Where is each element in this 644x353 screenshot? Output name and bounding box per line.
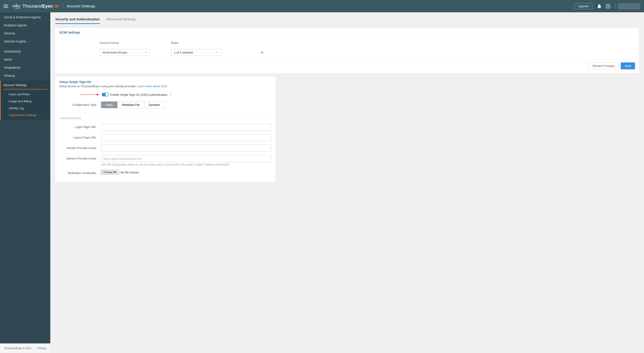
sidebar-item-account-settings[interactable]: Account Settings › (3, 81, 48, 90)
chevron-right-icon: › (45, 32, 46, 35)
tab-security-auth[interactable]: Security and Authentication (55, 17, 100, 24)
logout-url-input[interactable] (101, 134, 272, 141)
scim-settings-panel: SCIM Settings Account Group All Account … (55, 28, 639, 73)
page-title: Account Settings (67, 4, 96, 9)
sidebar-item-sharing[interactable]: Sharing › (0, 72, 50, 80)
enable-sso-label: Enable Single Sign-On (SSO) authenticati… (110, 93, 168, 96)
sso-title: Setup Single Sign-On (59, 80, 272, 84)
learn-more-sso-link[interactable]: Learn more about SSO (137, 85, 167, 88)
svg-point-0 (56, 6, 57, 7)
sso-description: Setup access to ThousandEyes using your … (59, 85, 272, 88)
svg-marker-4 (97, 94, 99, 96)
chevron-right-icon: › (45, 24, 46, 27)
chevron-down-icon: › (46, 85, 49, 86)
chevron-right-icon: › (45, 74, 46, 77)
divider (63, 3, 63, 10)
roles-select[interactable]: 1 of 3 selected ▼ (171, 49, 222, 56)
help-icon[interactable]: ? (606, 4, 610, 9)
sidebar-item-dashboards[interactable]: Dashboards (0, 48, 50, 56)
segment-dynamic[interactable]: Dynamic (144, 102, 164, 108)
brand-logo[interactable]: cisco ThousandEyes (12, 3, 60, 9)
sso-panel: Setup Single Sign-On Setup access to Tho… (55, 77, 276, 182)
divider (615, 4, 616, 9)
choose-file-button[interactable]: Choose file (101, 170, 119, 175)
main-content: Security and Authentication Advanced Set… (50, 12, 644, 353)
cisco-logo-icon: cisco (12, 3, 20, 9)
help-tooltip-icon[interactable]: ? (169, 93, 172, 96)
add-row-icon[interactable]: ✚ (260, 51, 264, 55)
sidebar-item-cloud-agents[interactable]: Cloud & Enterprise Agents › (0, 13, 50, 21)
sidebar-item-internet-insights[interactable]: Internet Insights (0, 37, 50, 46)
login-url-input[interactable] (101, 124, 272, 131)
sidebar-subitem-organization-settings[interactable]: Organization Settings (1, 112, 50, 119)
sidebar: Cloud & Enterprise Agents › Endpoint Age… (0, 12, 50, 353)
sidebar-footer: ThousandEyes © 2023 Privacy (0, 343, 50, 353)
sp-issuer-help-text: Your IdP configuration needs to use this… (101, 163, 272, 166)
chevron-right-icon: › (45, 16, 46, 19)
sp-issuer-input[interactable] (101, 155, 272, 162)
app-header: cisco ThousandEyes Account Settings Upgr… (0, 0, 644, 12)
svg-text:?: ? (607, 5, 609, 8)
notifications-icon[interactable] (597, 4, 601, 9)
logout-url-label: Logout Page URL (59, 134, 101, 139)
upgrade-button[interactable]: Upgrade (574, 3, 592, 9)
sidebar-item-integrations[interactable]: Integrations (0, 64, 50, 72)
tab-advanced-settings[interactable]: Advanced Settings (106, 17, 136, 24)
discard-changes-button[interactable]: Discard Changes (589, 62, 619, 69)
sp-issuer-label: Service Provider Issuer (59, 155, 101, 160)
sidebar-item-endpoint-agents[interactable]: Endpoint Agents › (0, 21, 50, 29)
configuration-section-label: CONFIGURATION (59, 117, 272, 120)
enable-sso-toggle[interactable] (102, 93, 108, 96)
account-group-select[interactable]: All Account Groups ▼ (100, 49, 150, 56)
verification-cert-label: Verification certificates (59, 170, 101, 175)
sidebar-item-alerts[interactable]: Alerts › (0, 56, 50, 64)
no-file-chosen-text: No file chosen (120, 171, 139, 174)
config-type-label: Configuration Type (59, 103, 101, 107)
idp-issuer-label: Identity Provider Issuer (59, 145, 101, 150)
save-button[interactable]: Save (621, 62, 635, 69)
caret-down-icon: ▼ (216, 52, 218, 54)
scim-panel-title: SCIM Settings (55, 28, 639, 37)
eye-icon (54, 5, 60, 8)
account-group-label: Account Group (100, 41, 171, 45)
roles-label: Roles (171, 41, 242, 45)
user-menu[interactable] (618, 3, 640, 10)
idp-issuer-input[interactable] (101, 145, 272, 152)
config-type-segment: Static Metadata File Dynamic (101, 101, 165, 108)
caret-down-icon: ▼ (145, 52, 147, 54)
hamburger-menu-icon[interactable] (4, 5, 8, 8)
segment-static[interactable]: Static (101, 102, 118, 108)
tab-bar: Security and Authentication Advanced Set… (55, 17, 639, 24)
sidebar-item-devices[interactable]: Devices › (0, 29, 50, 37)
sidebar-subitem-activity-log[interactable]: Activity Log (1, 105, 50, 112)
sidebar-subitem-usage-billing[interactable]: Usage and Billing (1, 98, 50, 105)
login-url-label: Login Page URL (59, 124, 101, 129)
callout-arrow-icon (80, 93, 99, 96)
sidebar-subitem-users-roles[interactable]: Users and Roles (1, 91, 50, 98)
privacy-link[interactable]: Privacy (38, 347, 46, 350)
copyright-text: ThousandEyes © 2023 (4, 347, 31, 350)
segment-metadata-file[interactable]: Metadata File (118, 102, 144, 108)
brand-text: ThousandEyes (22, 4, 60, 9)
chevron-right-icon: › (45, 58, 46, 61)
